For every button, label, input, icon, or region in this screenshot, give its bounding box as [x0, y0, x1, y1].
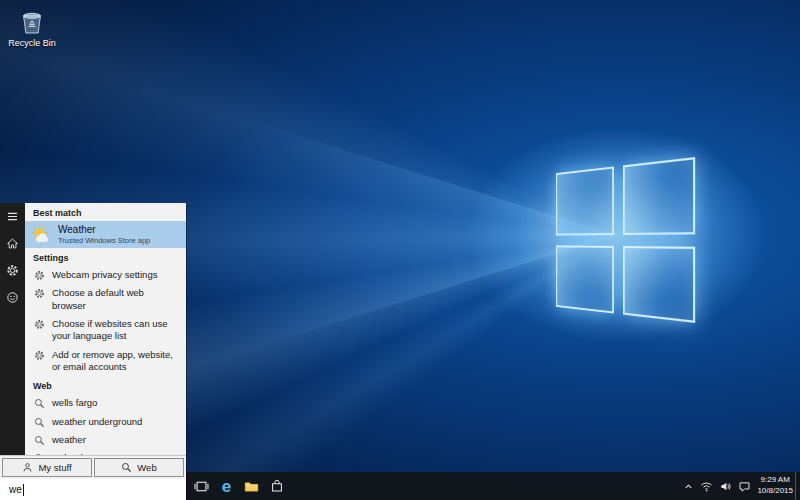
- panel-footer: My stuff Web: [0, 455, 186, 479]
- web-suggestion-label: wells fargo: [52, 397, 97, 409]
- search-results-area: Best match: [25, 203, 186, 455]
- best-match-header: Best match: [25, 203, 186, 221]
- web-suggestion[interactable]: wells fargo: [25, 394, 186, 412]
- weather-app-icon: [31, 224, 52, 245]
- settings-item-label: Webcam privacy settings: [52, 269, 157, 281]
- web-suggestion-label: weather: [52, 434, 86, 446]
- recycle-bin-label: Recycle Bin: [8, 38, 56, 48]
- text-caret: [23, 484, 24, 496]
- show-desktop-button[interactable]: [795, 472, 800, 500]
- recycle-bin-icon: [17, 7, 47, 37]
- person-icon: [22, 462, 33, 473]
- edge-icon: e: [222, 478, 231, 495]
- volume-icon[interactable]: [719, 480, 732, 493]
- taskbar-clock[interactable]: 9:29 AM 10/8/2015: [757, 475, 793, 497]
- task-view-icon: [193, 478, 210, 495]
- system-tray: 9:29 AM 10/8/2015: [683, 472, 793, 500]
- settings-item-label: Choose a default web browser: [52, 287, 180, 312]
- search-icon: [121, 462, 132, 473]
- action-center-icon[interactable]: [738, 480, 751, 493]
- search-input[interactable]: we: [0, 479, 186, 500]
- feedback-button[interactable]: [3, 288, 23, 306]
- web-suggestion[interactable]: weather: [25, 431, 186, 449]
- settings-item-label: Choose if websites can use your language…: [52, 318, 180, 343]
- gear-icon: [34, 350, 46, 361]
- search-icon: [34, 435, 46, 446]
- search-input-value: we: [9, 484, 22, 495]
- logo-pane: [556, 167, 614, 236]
- settings-gear-button[interactable]: [3, 261, 23, 279]
- store-icon: [269, 478, 285, 494]
- web-suggestion[interactable]: weather underground: [25, 413, 186, 431]
- search-flyout-panel: Best match: [0, 203, 187, 500]
- clock-date: 10/8/2015: [757, 486, 793, 497]
- panel-left-rail: [0, 203, 25, 455]
- desktop: Recycle Bin e: [0, 0, 800, 500]
- gear-icon: [34, 288, 46, 299]
- edge-browser-button[interactable]: e: [214, 472, 239, 500]
- logo-pane: [623, 246, 696, 323]
- store-button[interactable]: [264, 472, 289, 500]
- best-match-subtitle: Trusted Windows Store app: [58, 236, 150, 245]
- recycle-bin-shortcut[interactable]: Recycle Bin: [6, 7, 58, 48]
- search-icon: [34, 398, 46, 409]
- file-explorer-icon: [243, 478, 260, 495]
- file-explorer-button[interactable]: [239, 472, 264, 500]
- web-button-label: Web: [137, 462, 156, 473]
- tray-expand-button[interactable]: [683, 481, 694, 492]
- settings-item[interactable]: Webcam privacy settings: [25, 266, 186, 284]
- best-match-result[interactable]: Weather Trusted Windows Store app: [25, 221, 186, 248]
- web-header: Web: [25, 376, 186, 394]
- settings-item[interactable]: Choose a default web browser: [25, 284, 186, 315]
- logo-pane: [556, 245, 614, 314]
- clock-time: 9:29 AM: [757, 475, 793, 486]
- gear-icon: [34, 319, 46, 330]
- gear-icon: [34, 270, 46, 281]
- my-stuff-button[interactable]: My stuff: [2, 458, 92, 477]
- web-suggestion-label: weather underground: [52, 416, 142, 428]
- taskbar-app-icons: e: [189, 472, 289, 500]
- web-search-button[interactable]: Web: [94, 458, 184, 477]
- home-button[interactable]: [3, 234, 23, 252]
- logo-pane: [623, 157, 696, 234]
- settings-item[interactable]: Add or remove app, website, or email acc…: [25, 346, 186, 377]
- task-view-button[interactable]: [189, 472, 214, 500]
- settings-item[interactable]: Choose if websites can use your language…: [25, 315, 186, 346]
- search-icon: [34, 417, 46, 428]
- settings-item-label: Add or remove app, website, or email acc…: [52, 349, 180, 374]
- hamburger-menu-button[interactable]: [3, 207, 23, 225]
- best-match-title: Weather: [58, 224, 150, 236]
- network-icon[interactable]: [700, 480, 713, 493]
- windows-hero-logo: [556, 157, 695, 323]
- my-stuff-label: My stuff: [38, 462, 71, 473]
- settings-header: Settings: [25, 248, 186, 266]
